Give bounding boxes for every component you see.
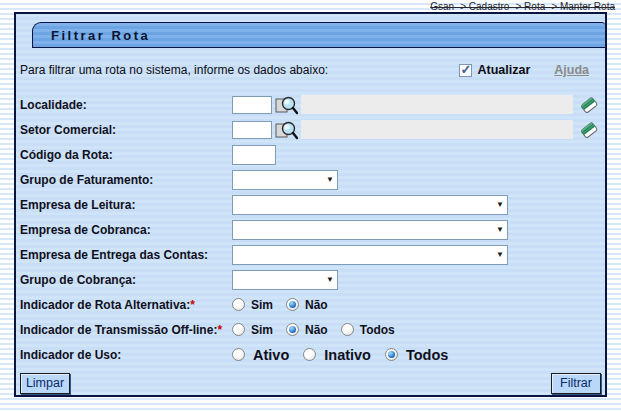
setor-comercial-erase-icon[interactable] <box>578 119 600 141</box>
chevron-down-icon: ▼ <box>326 176 334 184</box>
radio-option-inativo: Inativo <box>303 347 371 363</box>
atualizar-checkbox[interactable] <box>459 64 472 77</box>
field-row-grupo-faturamento: Grupo de Faturamento: ▼ <box>18 167 603 192</box>
page-title: Filtrar Rota <box>33 28 150 43</box>
buttons-row: Limpar Filtrar <box>18 372 603 394</box>
localidade-description-field <box>301 95 573 114</box>
rota-alternativa-sim-radio[interactable] <box>232 298 245 311</box>
field-row-rota-alternativa: Indicador de Rota Alternativa:* Sim Não <box>18 292 603 317</box>
grupo-faturamento-label: Grupo de Faturamento: <box>20 173 232 187</box>
codigo-rota-input[interactable] <box>232 145 276 165</box>
empresa-cobranca-label: Empresa de Cobranca: <box>20 223 232 237</box>
panel-title-bar: Filtrar Rota <box>32 22 605 48</box>
field-row-indicador-uso: Indicador de Uso: Ativo Inativo Todos <box>18 342 603 367</box>
chevron-down-icon: ▼ <box>496 226 504 234</box>
radio-option-nao: Não <box>286 298 328 312</box>
chevron-down-icon: ▼ <box>496 201 504 209</box>
transmissao-offline-label: Indicador de Transmissão Off-line:* <box>20 323 232 337</box>
field-row-transmissao-offline: Indicador de Transmissão Off-line:* Sim … <box>18 317 603 342</box>
empresa-leitura-label: Empresa de Leitura: <box>20 198 232 212</box>
setor-comercial-description-field <box>301 120 573 139</box>
codigo-rota-label: Código da Rota: <box>20 148 232 162</box>
intro-row: Para filtrar uma rota no sistema, inform… <box>18 48 603 92</box>
form-content: Para filtrar uma rota no sistema, inform… <box>16 48 605 394</box>
uso-inativo-radio[interactable] <box>303 348 316 361</box>
atualizar-group: Atualizar <box>459 63 530 77</box>
grupo-faturamento-select[interactable]: ▼ <box>232 170 338 190</box>
atualizar-label: Atualizar <box>477 63 530 77</box>
indicador-uso-label: Indicador de Uso: <box>20 348 232 362</box>
radio-option-sim: Sim <box>232 323 273 337</box>
limpar-button[interactable]: Limpar <box>20 373 70 394</box>
field-row-empresa-leitura: Empresa de Leitura: ▼ <box>18 192 603 217</box>
required-asterisk: * <box>217 323 222 337</box>
localidade-search-icon[interactable] <box>274 94 298 116</box>
page-background: Gsan -> Cadastro -> Rota -> Manter Rota … <box>0 0 621 411</box>
radio-option-todos: Todos <box>385 347 448 363</box>
field-row-empresa-cobranca: Empresa de Cobranca: ▼ <box>18 217 603 242</box>
setor-comercial-input[interactable] <box>232 121 272 139</box>
empresa-cobranca-select[interactable]: ▼ <box>232 220 508 240</box>
filtrar-button[interactable]: Filtrar <box>551 373 601 394</box>
empresa-entrega-label: Empresa de Entrega das Contas: <box>20 248 232 262</box>
localidade-input[interactable] <box>232 96 272 114</box>
radio-option-ativo: Ativo <box>232 347 289 363</box>
radio-option-todos: Todos <box>341 323 395 337</box>
field-row-setor-comercial: Setor Comercial: <box>18 117 603 142</box>
required-asterisk: * <box>190 298 195 312</box>
rota-alternativa-label: Indicador de Rota Alternativa:* <box>20 298 232 312</box>
intro-text: Para filtrar uma rota no sistema, inform… <box>20 63 328 77</box>
transmissao-offline-todos-radio[interactable] <box>341 323 354 336</box>
empresa-leitura-select[interactable]: ▼ <box>232 195 508 215</box>
rota-alternativa-nao-radio[interactable] <box>286 298 299 311</box>
grupo-cobranca-select[interactable]: ▼ <box>232 270 338 290</box>
filter-panel: Filtrar Rota Para filtrar uma rota no si… <box>14 12 607 397</box>
empresa-entrega-select[interactable]: ▼ <box>232 245 508 265</box>
setor-comercial-label: Setor Comercial: <box>20 123 232 137</box>
setor-comercial-search-icon[interactable] <box>274 119 298 141</box>
chevron-down-icon: ▼ <box>326 276 334 284</box>
localidade-erase-icon[interactable] <box>578 94 600 116</box>
grupo-cobranca-label: Grupo de Cobrança: <box>20 273 232 287</box>
uso-todos-radio[interactable] <box>385 348 398 361</box>
transmissao-offline-sim-radio[interactable] <box>232 323 245 336</box>
radio-option-sim: Sim <box>232 298 273 312</box>
ajuda-link[interactable]: Ajuda <box>554 63 589 77</box>
breadcrumb[interactable]: Gsan -> Cadastro -> Rota -> Manter Rota <box>430 1 615 12</box>
field-row-grupo-cobranca: Grupo de Cobrança: ▼ <box>18 267 603 292</box>
field-row-codigo-rota: Código da Rota: <box>18 142 603 167</box>
radio-option-nao: Não <box>286 323 328 337</box>
field-row-localidade: Localidade: <box>18 92 603 117</box>
transmissao-offline-nao-radio[interactable] <box>286 323 299 336</box>
uso-ativo-radio[interactable] <box>232 348 245 361</box>
chevron-down-icon: ▼ <box>496 251 504 259</box>
localidade-label: Localidade: <box>20 98 232 112</box>
field-row-empresa-entrega: Empresa de Entrega das Contas: ▼ <box>18 242 603 267</box>
